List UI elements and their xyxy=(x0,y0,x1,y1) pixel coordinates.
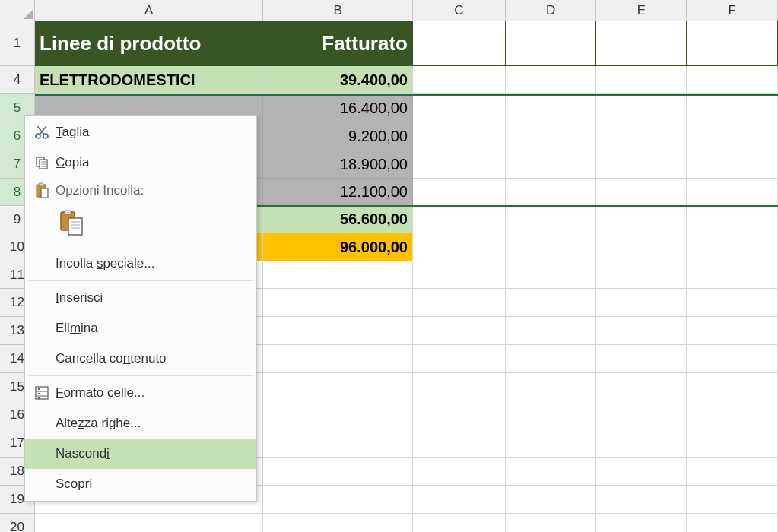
cell[interactable] xyxy=(687,345,778,373)
cell[interactable] xyxy=(413,317,506,345)
cell[interactable] xyxy=(263,345,413,373)
cell[interactable] xyxy=(413,261,506,289)
cell[interactable] xyxy=(687,122,778,150)
cell[interactable] xyxy=(596,514,687,532)
cell[interactable] xyxy=(687,261,778,289)
row-header-20[interactable]: 20 xyxy=(0,514,35,532)
menu-copy[interactable]: Copia xyxy=(25,147,256,178)
menu-insert[interactable]: Inserisci xyxy=(25,283,256,313)
cell[interactable] xyxy=(413,94,506,122)
cell[interactable] xyxy=(413,458,506,486)
cell[interactable] xyxy=(687,317,778,345)
cell[interactable] xyxy=(596,179,687,206)
cell[interactable]: ELETTRODOMESTICI xyxy=(35,66,263,94)
paste-default-button[interactable] xyxy=(56,207,87,242)
cell[interactable] xyxy=(506,94,597,122)
cell[interactable] xyxy=(506,66,597,94)
cell[interactable] xyxy=(506,289,597,317)
cell[interactable] xyxy=(506,179,597,206)
cell[interactable] xyxy=(263,458,413,486)
cell[interactable] xyxy=(506,150,597,179)
cell[interactable] xyxy=(263,401,413,429)
cell[interactable] xyxy=(506,458,597,486)
cell[interactable]: 18.900,00 xyxy=(263,150,413,179)
column-header-F[interactable]: F xyxy=(687,0,778,21)
menu-paste-special[interactable]: Incolla speciale... xyxy=(25,249,256,279)
cell[interactable] xyxy=(506,206,597,233)
cell[interactable] xyxy=(506,429,597,458)
cell[interactable] xyxy=(596,317,687,345)
menu-format-cells[interactable]: Formato celle... xyxy=(25,378,256,408)
cell[interactable] xyxy=(413,21,506,66)
cell[interactable] xyxy=(413,206,506,233)
cell[interactable] xyxy=(506,261,597,289)
cell[interactable] xyxy=(687,514,778,532)
cell[interactable] xyxy=(596,345,687,373)
cell[interactable]: 96.000,00 xyxy=(263,233,413,261)
menu-delete[interactable]: Elimina xyxy=(25,313,256,344)
cell[interactable] xyxy=(506,21,597,66)
cell[interactable] xyxy=(263,317,413,345)
cell[interactable] xyxy=(413,429,506,458)
cell[interactable] xyxy=(687,66,778,94)
cell[interactable] xyxy=(596,122,687,150)
cell[interactable] xyxy=(596,458,687,486)
row-header-4[interactable]: 4 xyxy=(0,66,35,94)
column-header-C[interactable]: C xyxy=(413,0,506,21)
cell[interactable] xyxy=(413,486,506,514)
cell[interactable] xyxy=(596,486,687,514)
cell[interactable] xyxy=(413,122,506,150)
cell[interactable] xyxy=(687,206,778,233)
cell[interactable] xyxy=(506,401,597,429)
cell[interactable] xyxy=(506,317,597,345)
cell[interactable]: 39.400,00 xyxy=(263,66,413,94)
cell[interactable] xyxy=(263,429,413,458)
cell[interactable] xyxy=(413,150,506,179)
cell[interactable] xyxy=(506,345,597,373)
cell[interactable] xyxy=(413,289,506,317)
row-header-1[interactable]: 1 xyxy=(0,21,35,66)
select-all-corner[interactable] xyxy=(0,0,35,21)
cell[interactable] xyxy=(596,261,687,289)
cell[interactable] xyxy=(596,66,687,94)
cell[interactable] xyxy=(413,345,506,373)
cell[interactable] xyxy=(263,514,413,532)
cell[interactable] xyxy=(506,233,597,261)
cell[interactable] xyxy=(506,122,597,150)
column-header-B[interactable]: B xyxy=(263,0,413,21)
cell[interactable] xyxy=(596,289,687,317)
cell[interactable] xyxy=(263,373,413,401)
menu-cut[interactable]: Taglia xyxy=(25,117,256,147)
cell[interactable] xyxy=(596,94,687,122)
cell[interactable] xyxy=(263,289,413,317)
cell[interactable] xyxy=(596,233,687,261)
cell[interactable] xyxy=(596,401,687,429)
cell[interactable] xyxy=(413,179,506,206)
cell[interactable] xyxy=(413,233,506,261)
cell[interactable]: 12.100,00 xyxy=(263,179,413,206)
cell[interactable] xyxy=(596,429,687,458)
cell[interactable] xyxy=(687,179,778,206)
cell[interactable] xyxy=(687,458,778,486)
cell[interactable] xyxy=(506,373,597,401)
cell[interactable] xyxy=(687,401,778,429)
cell[interactable]: Linee di prodotto xyxy=(35,21,263,66)
cell[interactable] xyxy=(687,94,778,122)
cell[interactable] xyxy=(35,514,263,532)
cell[interactable] xyxy=(687,429,778,458)
cell[interactable]: Fatturato xyxy=(263,21,413,66)
cell[interactable]: 9.200,00 xyxy=(263,122,413,150)
menu-row-height[interactable]: Altezza righe... xyxy=(25,408,256,439)
cell[interactable] xyxy=(596,373,687,401)
column-header-A[interactable]: A xyxy=(35,0,263,21)
cell[interactable] xyxy=(687,21,778,66)
cell[interactable] xyxy=(596,21,687,66)
cell[interactable] xyxy=(413,514,506,532)
cell[interactable] xyxy=(596,150,687,179)
menu-hide[interactable]: Nascondi xyxy=(25,439,256,469)
cell[interactable] xyxy=(263,486,413,514)
menu-unhide[interactable]: Scopri xyxy=(25,469,256,499)
cell[interactable] xyxy=(687,150,778,179)
menu-clear-contents[interactable]: Cancella contenuto xyxy=(25,344,256,374)
cell[interactable]: 16.400,00 xyxy=(263,94,413,122)
